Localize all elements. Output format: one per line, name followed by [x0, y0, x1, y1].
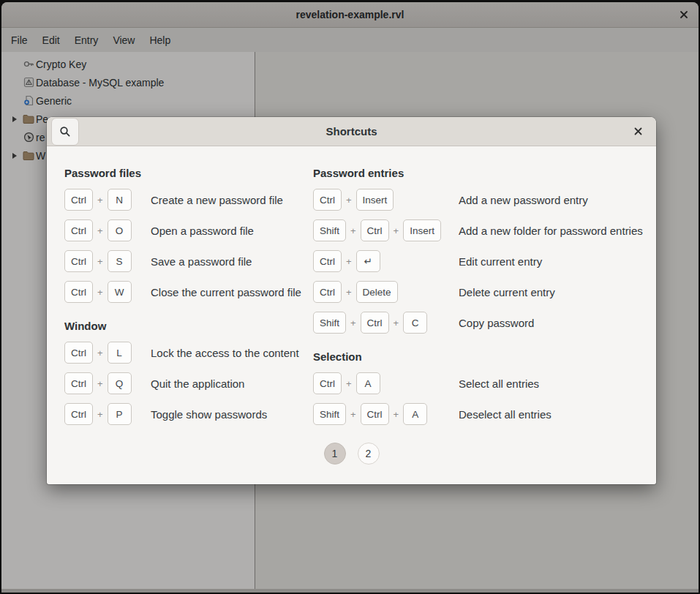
shortcuts-search-button[interactable]: [51, 118, 79, 146]
shortcut-row: Ctrl+OOpen a password file: [64, 219, 307, 241]
shortcuts-column-right: Password entriesCtrl+InsertAdd a new pas…: [313, 146, 651, 434]
shortcuts-column-left: Password filesCtrl+NCreate a new passwor…: [64, 146, 307, 434]
shortcut-description: Select all entries: [459, 377, 539, 390]
n-keycap: N: [108, 189, 132, 211]
plus-separator: +: [346, 378, 352, 389]
shortcut-description: Save a password file: [151, 255, 252, 268]
enter-keycap: ↵: [356, 250, 380, 272]
delete-keycap: Delete: [356, 281, 398, 303]
plus-separator: +: [97, 225, 103, 236]
c-keycap: C: [403, 312, 427, 334]
shortcuts-dialog-header: Shortcuts: [47, 117, 656, 146]
ctrl-keycap: Ctrl: [313, 250, 342, 272]
shortcut-keys: Shift+Ctrl+C: [313, 312, 459, 334]
shortcut-row: Ctrl+SSave a password file: [64, 250, 307, 272]
shortcut-row: Ctrl+NCreate a new password file: [64, 189, 307, 211]
shift-keycap: Shift: [313, 312, 346, 334]
ctrl-keycap: Ctrl: [64, 403, 93, 425]
s-keycap: S: [108, 250, 132, 272]
shortcut-keys: Ctrl+Q: [64, 372, 151, 394]
l-keycap: L: [108, 342, 132, 364]
a-keycap: A: [356, 372, 380, 394]
shortcuts-section: WindowCtrl+LLock the access to the conte…: [64, 319, 307, 425]
shortcut-keys: Shift+Ctrl+A: [313, 403, 459, 425]
shortcut-description: Add a new password entry: [459, 194, 588, 206]
search-icon: [59, 126, 71, 138]
ctrl-keycap: Ctrl: [361, 312, 389, 334]
plus-separator: +: [346, 287, 352, 298]
ctrl-keycap: Ctrl: [313, 189, 342, 211]
shortcuts-section: Password filesCtrl+NCreate a new passwor…: [64, 166, 307, 303]
shortcut-keys: Ctrl+W: [64, 281, 151, 303]
shortcut-description: Close the current password file: [151, 286, 301, 298]
plus-separator: +: [97, 409, 103, 420]
shortcut-row: Ctrl+DeleteDelete current entry: [313, 281, 651, 303]
shortcut-keys: Ctrl+S: [64, 250, 151, 272]
a-keycap: A: [403, 403, 427, 425]
plus-separator: +: [97, 347, 103, 358]
shortcut-description: Create a new password file: [151, 194, 283, 206]
shortcut-keys: Ctrl+L: [64, 342, 151, 364]
q-keycap: Q: [108, 372, 132, 394]
shortcut-description: Copy password: [459, 317, 534, 329]
shortcuts-dialog-body: Password filesCtrl+NCreate a new passwor…: [47, 146, 656, 484]
insert-keycap: Insert: [356, 189, 394, 211]
shortcut-description: Edit current entry: [459, 255, 542, 268]
page-dot-1[interactable]: 1: [324, 443, 346, 465]
shortcut-row: Ctrl+WClose the current password file: [64, 281, 307, 303]
shortcuts-dialog-title: Shortcuts: [325, 125, 377, 138]
plus-separator: +: [394, 225, 399, 236]
shortcut-description: Add a new folder for password entries: [459, 225, 643, 237]
ctrl-keycap: Ctrl: [361, 219, 389, 241]
close-icon: [634, 127, 642, 135]
p-keycap: P: [108, 403, 132, 425]
shortcut-keys: Ctrl+O: [64, 219, 151, 241]
o-keycap: O: [108, 219, 132, 241]
plus-separator: +: [97, 256, 103, 267]
section-title: Window: [64, 319, 307, 334]
shortcut-description: Quit the application: [151, 377, 244, 390]
plus-separator: +: [350, 317, 356, 328]
plus-separator: +: [350, 225, 356, 236]
page-indicator: 12: [47, 443, 656, 465]
shortcuts-close-button[interactable]: [630, 124, 646, 140]
w-keycap: W: [108, 281, 132, 303]
section-title: Password files: [64, 166, 307, 181]
shortcuts-section: SelectionCtrl+ASelect all entriesShift+C…: [313, 350, 651, 425]
shortcut-keys: Ctrl+Delete: [313, 281, 459, 303]
ctrl-keycap: Ctrl: [64, 189, 93, 211]
ctrl-keycap: Ctrl: [64, 342, 93, 364]
shortcut-description: Deselect all entries: [459, 408, 552, 421]
shortcut-row: Ctrl+ASelect all entries: [313, 372, 651, 394]
ctrl-keycap: Ctrl: [313, 372, 342, 394]
shortcut-keys: Ctrl+P: [64, 403, 151, 425]
shortcuts-dialog: Shortcuts Password filesCtrl+NCreate a n…: [47, 117, 656, 484]
shortcut-keys: Ctrl+A: [313, 372, 459, 394]
section-title: Password entries: [313, 166, 651, 181]
shift-keycap: Shift: [313, 219, 346, 241]
shortcut-row: Ctrl+LLock the access to the content: [64, 342, 307, 364]
shortcut-description: Delete current entry: [459, 286, 555, 298]
shortcut-row: Shift+Ctrl+CCopy password: [313, 312, 651, 334]
ctrl-keycap: Ctrl: [64, 219, 93, 241]
shortcuts-section: Password entriesCtrl+InsertAdd a new pas…: [313, 166, 651, 334]
shortcut-row: Ctrl+↵Edit current entry: [313, 250, 651, 272]
shortcut-keys: Ctrl+N: [64, 189, 151, 211]
shortcut-description: Lock the access to the content: [151, 347, 299, 359]
plus-separator: +: [350, 409, 356, 420]
plus-separator: +: [346, 195, 352, 206]
shortcut-row: Ctrl+PToggle show passwords: [64, 403, 307, 425]
shortcut-description: Open a password file: [151, 225, 254, 237]
shift-keycap: Shift: [313, 403, 346, 425]
plus-separator: +: [97, 378, 103, 389]
shortcut-description: Toggle show passwords: [151, 408, 267, 421]
shortcut-row: Ctrl+InsertAdd a new password entry: [313, 189, 651, 211]
page-dot-2[interactable]: 2: [358, 443, 380, 465]
plus-separator: +: [346, 256, 352, 267]
plus-separator: +: [394, 409, 399, 420]
ctrl-keycap: Ctrl: [64, 372, 93, 394]
insert-keycap: Insert: [403, 219, 441, 241]
ctrl-keycap: Ctrl: [64, 281, 93, 303]
plus-separator: +: [394, 317, 399, 328]
shortcut-keys: Shift+Ctrl+Insert: [313, 219, 459, 241]
